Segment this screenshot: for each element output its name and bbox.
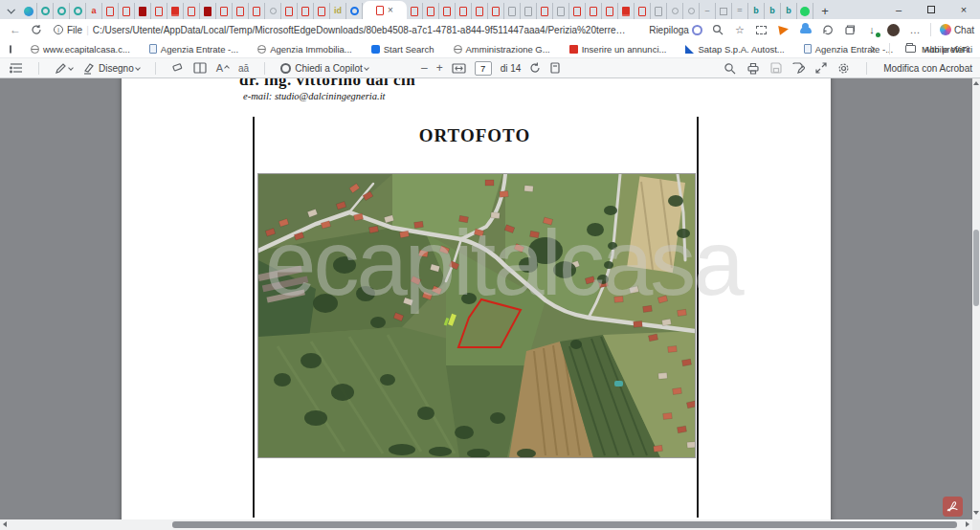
browser-tab[interactable]: b [765, 3, 781, 19]
gear-icon[interactable] [837, 62, 850, 75]
maximize-button[interactable] [915, 0, 947, 19]
collections-icon[interactable] [843, 23, 857, 36]
save-icon[interactable] [770, 62, 782, 74]
page-number-input[interactable] [475, 61, 492, 76]
sidebar-toggle-icon[interactable] [10, 45, 11, 54]
scroll-left-arrow[interactable] [3, 521, 7, 527]
browser-tab[interactable]: id [330, 3, 346, 19]
search-icon[interactable] [724, 62, 736, 75]
read-aloud-button[interactable]: A [216, 62, 229, 74]
browser-tab[interactable]: – [700, 3, 716, 19]
browser-tab[interactable] [553, 3, 569, 19]
zoom-search-icon[interactable] [711, 23, 724, 36]
fullscreen-icon[interactable] [815, 62, 827, 74]
browser-tab[interactable] [586, 3, 602, 19]
browser-tab[interactable] [102, 3, 119, 19]
browser-tab[interactable] [537, 3, 553, 19]
bookmark-item[interactable]: Agenzia Immobilia... [257, 44, 352, 55]
bookmark-item[interactable]: Satap S.p.A. Autost... [685, 44, 784, 55]
page-layout-icon[interactable] [549, 62, 561, 74]
favorites-star-icon[interactable]: ☆ [733, 23, 746, 36]
browser-tab[interactable] [569, 3, 586, 19]
shopping-megaphone-icon[interactable] [777, 23, 791, 36]
ask-copilot-button[interactable]: Chiedi a Copilot [280, 63, 368, 74]
print-icon[interactable] [746, 62, 760, 75]
new-tab-button[interactable]: + [813, 2, 836, 19]
scroll-down-arrow[interactable] [973, 511, 979, 515]
browser-essentials-icon[interactable] [821, 23, 835, 36]
other-favorites-label[interactable]: Altri preferiti [924, 44, 972, 55]
browser-tab[interactable] [346, 3, 363, 19]
browser-tab[interactable] [456, 3, 472, 19]
browser-tab[interactable]: b [748, 3, 765, 19]
browser-tab[interactable] [683, 3, 700, 19]
active-tab[interactable]: × [363, 1, 407, 19]
browser-tab[interactable] [298, 3, 314, 19]
horizontal-scrollbar-thumb[interactable] [172, 521, 957, 528]
text-tools-button[interactable]: aā [238, 63, 249, 74]
close-window-button[interactable]: × [947, 0, 980, 19]
vertical-scrollbar-thumb[interactable] [973, 230, 979, 306]
bookmark-item[interactable]: Start Search [371, 44, 434, 55]
browser-tab[interactable] [667, 3, 683, 19]
browser-tab[interactable] [249, 3, 265, 19]
browser-tab[interactable] [184, 3, 200, 19]
browser-tab[interactable] [281, 3, 298, 19]
url-field[interactable]: i File | C:/Users/Utente/AppData/Local/T… [54, 25, 629, 35]
cloud-sync-icon[interactable] [799, 23, 813, 36]
bookmark-item[interactable]: Agenzia Entrate -... [149, 44, 238, 55]
save-as-icon[interactable] [792, 62, 805, 74]
vertical-scrollbar[interactable] [972, 78, 980, 519]
browser-tab[interactable] [488, 3, 504, 19]
browser-tab[interactable] [70, 3, 86, 19]
browser-tab[interactable] [37, 3, 54, 19]
bookmark-item[interactable]: www.ecapitalcasa.c... [31, 44, 130, 55]
settings-ellipsis-icon[interactable]: … [908, 23, 922, 36]
page-view-icon[interactable] [193, 62, 207, 74]
browser-tab[interactable] [472, 3, 488, 19]
close-tab-icon[interactable]: × [388, 6, 393, 15]
edit-with-acrobat-button[interactable]: Modifica con Acrobat [883, 63, 972, 74]
browser-tab[interactable] [602, 3, 618, 19]
info-icon[interactable]: i [54, 25, 63, 34]
refresh-button[interactable] [31, 24, 42, 35]
browser-tab[interactable]: = [732, 3, 748, 19]
zoom-in-button[interactable]: + [436, 61, 443, 75]
browser-tab[interactable]: a [86, 3, 102, 19]
browser-tab[interactable] [265, 3, 281, 19]
scroll-right-arrow[interactable] [966, 521, 969, 527]
browser-tab[interactable] [439, 3, 456, 19]
browser-tab[interactable] [504, 3, 521, 19]
browser-tab[interactable] [54, 3, 70, 19]
back-button[interactable]: ← [10, 23, 21, 36]
downloads-icon[interactable]: ↓ [865, 23, 879, 36]
copilot-chat-button[interactable]: Chat [940, 24, 974, 35]
fit-width-icon[interactable] [452, 63, 466, 74]
browser-tab[interactable] [135, 3, 151, 19]
browser-tab[interactable]: b [781, 3, 797, 19]
browser-tab[interactable] [151, 3, 167, 19]
table-of-contents-icon[interactable] [10, 62, 23, 74]
zoom-out-button[interactable]: – [421, 61, 428, 75]
browser-tab[interactable] [423, 3, 439, 19]
pen-tool-button[interactable] [55, 62, 73, 75]
tab-search-button[interactable] [0, 2, 21, 19]
rotate-icon[interactable] [529, 62, 541, 74]
browser-tab[interactable] [716, 3, 732, 19]
browser-tab[interactable] [314, 3, 330, 19]
minimize-button[interactable]: – [882, 0, 915, 19]
scroll-up-arrow[interactable] [973, 81, 979, 85]
browser-tab[interactable] [521, 3, 537, 19]
acrobat-float-button[interactable] [943, 497, 963, 517]
browser-tab[interactable] [797, 3, 813, 19]
browser-tab[interactable] [216, 3, 233, 19]
bookmarks-overflow-chevron[interactable] [868, 45, 875, 52]
browser-tab[interactable] [21, 3, 37, 19]
riepiloga-copilot-button[interactable]: Riepiloga [649, 25, 702, 35]
horizontal-scrollbar[interactable] [0, 519, 972, 530]
browser-tab[interactable] [651, 3, 667, 19]
browser-tab[interactable] [407, 3, 423, 19]
browser-tab[interactable] [635, 3, 651, 19]
highlighter-disegno-button[interactable]: Disegno [82, 62, 140, 75]
browser-tab[interactable] [618, 3, 635, 19]
